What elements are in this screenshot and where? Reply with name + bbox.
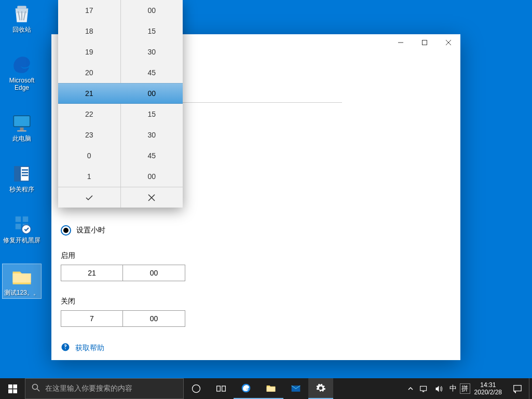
picker-minute-item[interactable]: 15 <box>121 104 183 125</box>
tray-ime-lang[interactable]: 中 <box>446 378 460 399</box>
taskbar-app-mail[interactable] <box>283 378 308 399</box>
on-hour-cell[interactable]: 21 <box>61 265 123 281</box>
on-label: 启用 <box>61 251 451 260</box>
system-tray: 中 拼 14:31 2020/2/28 <box>405 378 532 399</box>
svg-rect-10 <box>16 216 21 222</box>
kill-program-icon <box>11 163 33 185</box>
picker-minute-item[interactable]: 00 <box>121 0 183 21</box>
picker-minute-item[interactable]: 30 <box>121 42 183 62</box>
folder-icon <box>11 266 33 288</box>
picker-hour-item[interactable]: 18 <box>58 21 120 42</box>
picker-minute-item[interactable]: 30 <box>121 125 183 145</box>
off-label: 关闭 <box>61 297 451 306</box>
help-icon <box>61 342 70 354</box>
on-min-cell[interactable]: 00 <box>123 265 185 281</box>
tray-action-center[interactable] <box>506 378 529 399</box>
svg-rect-19 <box>13 389 17 393</box>
svg-rect-22 <box>217 386 221 391</box>
svg-rect-25 <box>267 387 276 392</box>
fix-boot-icon <box>11 214 33 236</box>
desktop-icon-test-folder[interactable]: 测试123。。 <box>2 264 42 299</box>
svg-rect-8 <box>22 172 28 174</box>
taskbar-app-settings[interactable] <box>308 378 333 399</box>
svg-rect-27 <box>420 386 426 391</box>
picker-accept-button[interactable] <box>58 187 120 208</box>
picker-hours-column[interactable]: 1718192021222301 <box>58 0 120 187</box>
svg-rect-4 <box>17 130 26 132</box>
picker-hour-item[interactable]: 23 <box>58 125 120 145</box>
svg-rect-3 <box>20 128 24 130</box>
taskbar: 在这里输入你要搜索的内容 中 拼 14:31 2020/2/28 <box>0 378 532 399</box>
picker-minute-item[interactable]: 00 <box>121 166 183 187</box>
on-time-field[interactable]: 21 00 <box>61 265 451 281</box>
cortana-button[interactable] <box>184 378 209 399</box>
picker-cancel-button[interactable] <box>120 187 183 208</box>
desktop-icon-label: 回收站 <box>12 26 31 33</box>
picker-hour-item[interactable]: 17 <box>58 0 120 21</box>
svg-rect-1 <box>13 116 30 127</box>
maximize-button[interactable] <box>413 34 436 51</box>
svg-rect-9 <box>22 175 28 176</box>
monitor-icon <box>11 112 33 134</box>
off-time-field[interactable]: 7 00 <box>61 310 451 327</box>
search-placeholder: 在这里输入你要搜索的内容 <box>45 384 132 393</box>
svg-point-20 <box>33 384 38 390</box>
picker-minute-item[interactable]: 15 <box>121 21 183 42</box>
recycle-bin-icon <box>11 3 33 25</box>
svg-rect-17 <box>13 384 17 389</box>
picker-minutes-column[interactable]: 001530450015304500 <box>120 0 183 187</box>
svg-point-21 <box>193 385 200 393</box>
tray-volume-icon[interactable] <box>431 378 446 399</box>
svg-rect-7 <box>22 169 28 171</box>
picker-minute-item[interactable]: 00 <box>121 83 183 104</box>
taskbar-app-edge[interactable] <box>234 378 258 399</box>
picker-hour-item[interactable]: 20 <box>58 62 120 83</box>
picker-hour-item[interactable]: 1 <box>58 166 120 187</box>
picker-hour-item[interactable]: 0 <box>58 145 120 166</box>
tray-network-icon[interactable] <box>416 378 431 399</box>
off-min-cell[interactable]: 00 <box>123 310 185 327</box>
tray-date: 2020/2/28 <box>474 389 502 396</box>
radio-label: 设置小时 <box>76 226 105 235</box>
tray-time: 14:31 <box>480 381 496 389</box>
desktop-icon-kill-program[interactable]: 秒关程序 <box>2 161 42 195</box>
show-desktop-button[interactable] <box>529 378 532 399</box>
desktop-icon-label: 秒关程序 <box>9 186 34 193</box>
get-help-link[interactable]: 获取帮助 <box>61 342 451 354</box>
off-hour-cell[interactable]: 7 <box>61 310 123 327</box>
close-button[interactable] <box>436 34 460 51</box>
desktop-icon-recycle-bin[interactable]: 回收站 <box>2 1 42 35</box>
svg-rect-6 <box>15 167 21 181</box>
desktop-icon-fix-boot[interactable]: 修复开机黑屏 <box>2 212 42 246</box>
svg-rect-18 <box>8 389 12 393</box>
radio-button-icon <box>61 225 71 236</box>
help-label: 获取帮助 <box>75 343 104 353</box>
svg-rect-12 <box>16 224 21 229</box>
search-icon <box>32 383 40 394</box>
picker-hour-item[interactable]: 21 <box>58 83 120 104</box>
svg-point-14 <box>22 225 31 234</box>
svg-rect-23 <box>222 386 226 391</box>
desktop-icon-this-pc[interactable]: 此电脑 <box>2 110 42 144</box>
time-picker: 1718192021222301 001530450015304500 <box>58 0 183 208</box>
desktop-icon-label: 修复开机黑屏 <box>3 237 40 244</box>
radio-set-hours[interactable]: 设置小时 <box>61 225 451 236</box>
task-view-button[interactable] <box>209 378 234 399</box>
svg-rect-16 <box>8 384 12 389</box>
picker-minute-item[interactable]: 45 <box>121 145 183 166</box>
edge-icon <box>11 54 33 76</box>
picker-hour-item[interactable]: 22 <box>58 104 120 125</box>
tray-clock[interactable]: 14:31 2020/2/28 <box>470 378 506 399</box>
picker-minute-item[interactable]: 45 <box>121 62 183 83</box>
svg-rect-0 <box>17 6 26 8</box>
tray-ime-mode[interactable]: 拼 <box>460 383 470 394</box>
svg-rect-29 <box>514 386 521 391</box>
taskbar-app-explorer[interactable] <box>258 378 283 399</box>
picker-hour-item[interactable]: 19 <box>58 42 120 62</box>
desktop-icon-edge[interactable]: Microsoft Edge <box>2 52 42 93</box>
minimize-button[interactable] <box>389 34 413 51</box>
tray-show-hidden[interactable] <box>405 378 416 399</box>
taskbar-search[interactable]: 在这里输入你要搜索的内容 <box>25 378 184 399</box>
start-button[interactable] <box>0 378 25 399</box>
svg-rect-28 <box>422 391 424 392</box>
